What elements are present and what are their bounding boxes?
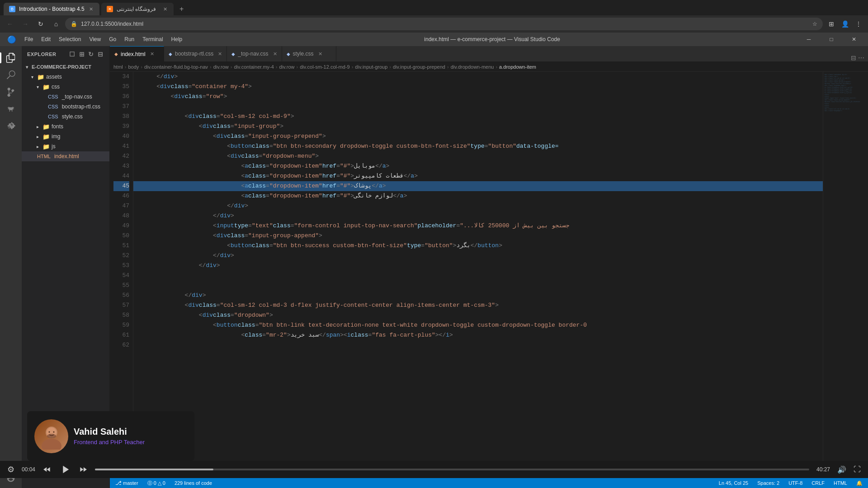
browser-tab-1[interactable]: B Introduction - Bootstrap 4.5 ✕ [4, 3, 99, 15]
editor-area: ◆ index.html ✕ ◆ bootstrap-rtl.css ✕ ◆ _… [110, 46, 868, 488]
crumb-container-my4[interactable]: div.container.my-4 [234, 64, 274, 70]
code-line-62 [133, 340, 823, 350]
close-style-tab[interactable]: ✕ [318, 51, 322, 57]
editor-tab-index-html[interactable]: ◆ index.html ✕ [110, 46, 164, 61]
project-root-folder[interactable]: ▾ E-COMMERCE-PROJECT [22, 62, 109, 72]
settings-icon[interactable]: ⋮ [853, 18, 864, 30]
new-folder-icon[interactable]: ⊞ [78, 50, 86, 59]
refresh-explorer-icon[interactable]: ↻ [87, 50, 95, 59]
browser-tab-2[interactable]: ✕ فروشگاه اینترنتی ✕ [101, 3, 174, 15]
root-label: E-COMMERCE-PROJECT [32, 64, 91, 70]
activity-git[interactable] [3, 84, 19, 100]
menu-edit[interactable]: Edit [38, 34, 54, 44]
breadcrumb-bar: html › body › div.container-fluid.bg-top… [110, 62, 868, 72]
close-index-html-tab[interactable]: ✕ [150, 51, 154, 57]
crumb-sep-9: › [447, 64, 449, 70]
errors-warnings-status[interactable]: ⓪ 0 △ 0 [146, 478, 167, 488]
activity-debug[interactable] [3, 101, 19, 117]
code-content[interactable]: </div> <div class="container my-4"> <div… [133, 72, 823, 478]
fonts-chevron: ▸ [34, 124, 41, 129]
file-bootstrap-rtl-css[interactable]: CSS bootstrap-rtl.css [22, 102, 109, 112]
menu-run[interactable]: Run [121, 34, 138, 44]
crumb-html[interactable]: html [113, 64, 123, 70]
editor-tab-bootstrap-rtl[interactable]: ◆ bootstrap-rtl.css ✕ [164, 46, 227, 61]
crumb-dropdown-menu[interactable]: div.dropdown-menu [451, 64, 494, 70]
vscode-logo[interactable]: 🔵 [4, 34, 20, 44]
code-line-54 [133, 271, 823, 281]
folder-assets[interactable]: ▾ 📁 assets [22, 72, 109, 82]
menu-selection[interactable]: Selection [55, 34, 85, 44]
menu-go[interactable]: Go [105, 34, 120, 44]
editor-tab-style[interactable]: ◆ style.css ✕ [282, 46, 336, 61]
reload-button[interactable]: ↻ [34, 18, 47, 30]
back-button[interactable]: ← [4, 18, 16, 30]
editor-tab-top-nav[interactable]: ◆ _top-nav.css ✕ [227, 46, 282, 61]
bell-icon: 🔔 [856, 480, 863, 486]
volume-button[interactable]: 🔊 [837, 465, 846, 474]
folder-img[interactable]: ▸ 📁 img [22, 131, 109, 141]
minimize-button[interactable]: ─ [798, 33, 819, 46]
activity-search[interactable] [3, 67, 19, 83]
git-icon: ⎇ [115, 480, 122, 486]
play-pause-button[interactable] [59, 463, 71, 476]
cursor-position-status[interactable]: Ln 45, Col 25 [717, 478, 750, 488]
profile-icon[interactable]: 👤 [839, 18, 851, 30]
editor-layout-button[interactable]: ⊟ ⋯ [847, 54, 868, 61]
crumb-container-fluid[interactable]: div.container-fluid.bg-top-nav [144, 64, 208, 70]
activity-explorer[interactable] [3, 50, 19, 66]
collapse-all-icon[interactable]: ⊟ [97, 50, 104, 59]
tab-close-2[interactable]: ✕ [162, 5, 168, 13]
crumb-body[interactable]: body [128, 64, 139, 70]
home-button[interactable]: ⌂ [50, 18, 62, 30]
forward-button[interactable]: → [19, 18, 32, 30]
crumb-dropdown-item[interactable]: a.dropdown-item [499, 64, 536, 70]
file-style-css[interactable]: CSS style.css [22, 112, 109, 122]
maximize-button[interactable]: □ [821, 33, 842, 46]
close-bootstrap-tab[interactable]: ✕ [218, 51, 222, 57]
close-top-nav-tab[interactable]: ✕ [273, 51, 277, 57]
folder-js[interactable]: ▸ 📁 js [22, 141, 109, 151]
tab-add-button[interactable]: + [175, 3, 188, 15]
menu-view[interactable]: View [85, 34, 104, 44]
crumb-col-sm12[interactable]: div.col-sm-12.col-md-9 [300, 64, 349, 70]
language-mode-status[interactable]: HTML [832, 478, 849, 488]
crumb-row-1[interactable]: div.row [213, 64, 229, 70]
crumb-sep-1: › [125, 64, 127, 70]
encoding-status[interactable]: UTF-8 [787, 478, 804, 488]
file-top-nav-css[interactable]: CSS _top-nav.css [22, 92, 109, 102]
git-branch-status[interactable]: ⎇ master [113, 478, 140, 488]
css-file-icon-3: CSS [48, 114, 58, 119]
line-ending-status[interactable]: CRLF [810, 478, 826, 488]
tab-close-1[interactable]: ✕ [88, 5, 94, 13]
vscode-menubar: 🔵 File Edit Selection View Go Run Termin… [0, 33, 868, 46]
fast-forward-button[interactable] [79, 465, 88, 474]
extensions-icon[interactable]: ⊞ [826, 18, 837, 30]
crumb-input-group[interactable]: div.input-group [355, 64, 387, 70]
folder-fonts[interactable]: ▸ 📁 fonts [22, 122, 109, 131]
progress-bar-container[interactable] [95, 469, 809, 470]
close-window-button[interactable]: ✕ [844, 33, 864, 46]
menu-terminal[interactable]: Terminal [139, 34, 166, 44]
new-file-icon[interactable]: ☐ [68, 50, 76, 59]
address-bar[interactable]: 🔒 127.0.0.1:5500/index.html ☆ [65, 18, 823, 30]
menu-file[interactable]: File [21, 34, 37, 44]
indentation-status[interactable]: Spaces: 2 [755, 478, 781, 488]
notification-bell-status[interactable]: 🔔 [854, 478, 864, 488]
rewind-button[interactable] [42, 465, 52, 474]
folder-css[interactable]: ▾ 📁 css [22, 82, 109, 92]
minimap: <div class="container my-4"> <div class=… [823, 72, 863, 478]
activity-extensions[interactable] [3, 118, 19, 135]
settings-gear-button[interactable]: ⚙ [7, 465, 14, 474]
vertical-scrollbar[interactable] [863, 72, 868, 478]
fullscreen-button[interactable]: ⛶ [854, 465, 861, 474]
assets-chevron: ▾ [29, 75, 35, 80]
crumb-row-2[interactable]: div.row [279, 64, 295, 70]
crumb-input-group-prepend[interactable]: div.input-group-prepend [393, 64, 445, 70]
code-line-41: <button class="btn btn-secondary dropdow… [133, 141, 823, 151]
code-line-51: <button class="btn btn-success custom-bt… [133, 241, 823, 251]
js-chevron: ▸ [34, 144, 41, 149]
menu-help[interactable]: Help [168, 34, 186, 44]
file-index-html[interactable]: HTML index.html [22, 151, 109, 161]
code-line-55 [133, 281, 823, 291]
lines-count-label: 229 lines of code [175, 480, 212, 486]
